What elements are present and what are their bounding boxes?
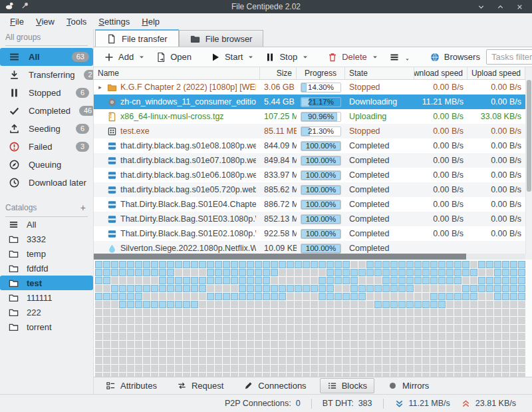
tasks-filter-input[interactable] (487, 50, 532, 64)
column-header-name[interactable]: Name (94, 67, 260, 79)
tab-file-browser[interactable]: File browser (179, 30, 264, 47)
stop-caret-icon[interactable] (302, 54, 309, 61)
column-header-label: Progress (305, 69, 336, 78)
block-cell (207, 325, 214, 332)
minimize-button[interactable] (477, 3, 485, 11)
sidebar-group-completed[interactable]: Completed46 (0, 102, 93, 120)
add-caret-icon[interactable] (138, 54, 145, 61)
table-row[interactable]: That.Dirty.Black.Bag.S01E04.Chapter.Four… (94, 197, 525, 212)
menu-item-view[interactable]: View (30, 15, 61, 29)
table-vertical-scrollbar[interactable] (525, 80, 532, 254)
block-cell (103, 261, 110, 268)
block-cell (223, 365, 230, 372)
block-cell (430, 293, 438, 300)
sidebar-group-seeding[interactable]: Seeding6 (0, 120, 93, 138)
table-row[interactable]: ▸K.G.F Chapter 2 (2022) [1080p] [WEBRip]… (94, 80, 525, 95)
block-cell (191, 317, 198, 324)
table-row[interactable]: that.dirty.black.bag.s01e07.1080p.web.h2… (94, 153, 525, 168)
block-cell (406, 325, 414, 332)
menu-item-file[interactable]: File (4, 15, 30, 29)
column-header-state[interactable]: State (345, 67, 414, 79)
p2p-connections-status: P2P Connections: 0 (225, 399, 301, 408)
block-cell (143, 269, 150, 276)
sidebar-group-stopped[interactable]: Stopped6 (0, 84, 93, 102)
column-header-download-speed[interactable]: Download speed (414, 67, 467, 79)
open-button[interactable]: Open (151, 49, 196, 65)
block-cell (438, 357, 446, 364)
table-row[interactable]: that.dirty.black.bag.s01e05.720p.web.h26… (94, 182, 525, 197)
add-catalog-button[interactable]: + (78, 202, 88, 213)
close-button[interactable] (515, 3, 524, 11)
table-row[interactable]: That.Dirty.Black.Bag.S01E02.1080p.WEB.h2… (94, 226, 525, 241)
block-cell (215, 301, 222, 308)
catalog-item-111111[interactable]: 111111 (0, 290, 93, 305)
task-progress-cell: 90.96% (297, 112, 345, 122)
delete-caret-icon[interactable] (372, 54, 378, 61)
catalog-item-temp[interactable]: temp (0, 246, 93, 261)
column-header-size[interactable]: Size (260, 67, 297, 79)
column-header-progress[interactable]: Progress (297, 67, 345, 79)
table-horizontal-scrollbar[interactable] (94, 254, 525, 260)
detail-tab-request[interactable]: Request (170, 379, 230, 393)
delete-button[interactable]: Delete (323, 49, 383, 65)
sidebar-group-queuing[interactable]: Queuing (0, 156, 93, 174)
block-cell (406, 349, 414, 356)
detail-tab-blocks[interactable]: Blocks (320, 378, 374, 393)
table-row[interactable]: x86_64-linux-musl-cross.tgz107.25 MB90.9… (94, 109, 525, 124)
catalog-item-label: temp (27, 249, 46, 259)
start-button[interactable]: Start (205, 49, 259, 65)
sidebar-group-failed[interactable]: Failed3 (0, 138, 93, 156)
block-cell (239, 317, 246, 324)
column-header-upload-speed[interactable]: Upload speed (467, 67, 525, 79)
horizontal-scroll-handle[interactable] (94, 254, 466, 260)
block-cell (462, 317, 469, 324)
detail-tab-attributes[interactable]: Attributes (99, 379, 164, 393)
block-cell (374, 277, 382, 284)
tab-file-transfer[interactable]: File transfer (95, 29, 179, 47)
menu-item-help[interactable]: Help (136, 15, 166, 29)
task-state: Stopped (345, 126, 414, 136)
catalog-item-test[interactable]: test (0, 276, 93, 290)
add-button[interactable]: Add (99, 49, 150, 65)
sidebar: All groups All63Transferring2Stopped6Com… (0, 29, 94, 394)
table-row[interactable]: Silverton.Siege.2022.1080p.Netflix.WEB-D… (94, 241, 525, 254)
browsers-button[interactable]: Browsers (425, 49, 485, 65)
catalog-item-all[interactable]: All (0, 217, 93, 232)
block-cell (103, 277, 110, 284)
vertical-scroll-handle[interactable] (527, 80, 531, 192)
catalog-item-torrent[interactable]: torrent (0, 319, 93, 334)
menu-item-settings[interactable]: Settings (92, 15, 136, 29)
sidebar-group-transferring[interactable]: Transferring2 (0, 66, 93, 84)
table-row[interactable]: that.dirty.black.bag.s01e08.1080p.web.h2… (94, 138, 525, 153)
maximize-button[interactable] (496, 3, 505, 11)
task-name: That.Dirty.Black.Bag.S01E02.1080p.WEB.h2… (120, 229, 256, 238)
more-menu-button[interactable] (384, 49, 416, 66)
table-row[interactable]: that.dirty.black.bag.s01e06.1080p.web.h2… (94, 168, 525, 182)
block-cell (311, 317, 318, 324)
detail-tab-connections[interactable]: Connections (237, 379, 313, 393)
table-row[interactable]: test.exe85.11 MB21.30%Stopped0.00 B/s0.0… (94, 124, 525, 138)
expander-icon[interactable]: ▸ (96, 84, 104, 91)
sidebar-group-download-later[interactable]: Download later (0, 174, 93, 192)
block-cell (199, 309, 206, 316)
menu-item-tools[interactable]: Tools (61, 15, 92, 29)
progress-bar: 100.00% (301, 200, 341, 210)
table-row[interactable]: That.Dirty.Black.Bag.S01E03.1080p.WEB.h2… (94, 212, 525, 226)
start-caret-icon[interactable] (247, 54, 254, 61)
catalog-item-3332[interactable]: 3332 (0, 232, 93, 246)
block-cell (151, 349, 158, 356)
block-cell (175, 317, 182, 324)
catalog-item-222[interactable]: 222 (0, 305, 93, 319)
table-row[interactable]: zh-cn_windows_11_consumer_editions_upd…5… (94, 95, 525, 109)
stop-button[interactable]: Stop (260, 49, 313, 65)
clock-icon (9, 177, 20, 188)
sidebar-group-all[interactable]: All63 (0, 48, 93, 66)
block-cell (159, 309, 166, 316)
catalog-item-fdfdfd[interactable]: fdfdfd (0, 261, 93, 276)
block-cell (111, 277, 118, 284)
block-cell (183, 293, 190, 300)
block-cell (223, 293, 230, 300)
detail-tab-mirrors[interactable]: Mirrors (381, 379, 436, 393)
block-cell (470, 261, 477, 268)
block-cell (382, 333, 390, 340)
